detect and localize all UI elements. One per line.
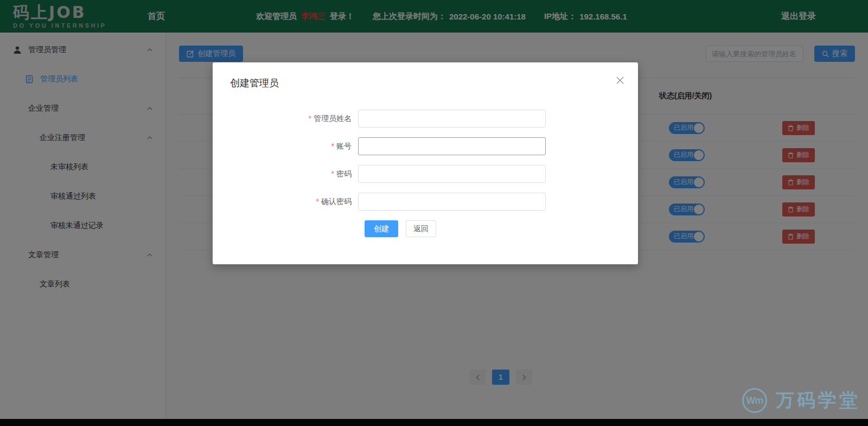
modal-actions: 创建 返回 <box>365 220 638 237</box>
modal-title: 创建管理员 <box>230 77 279 90</box>
form-row-account: *账号 <box>213 137 638 155</box>
form-row-confirm-password: *确认密码 <box>213 193 638 211</box>
close-icon[interactable] <box>614 74 626 88</box>
field-label: *密码 <box>213 169 358 179</box>
field-label: *确认密码 <box>213 197 358 207</box>
field-label: *账号 <box>213 142 358 151</box>
back-button[interactable]: 返回 <box>406 220 436 237</box>
confirm-password-label: 确认密码 <box>321 197 352 206</box>
admin-name-label: 管理员姓名 <box>314 114 352 123</box>
wanma-logo-icon: Wm <box>742 388 767 413</box>
password-input[interactable] <box>358 165 546 183</box>
required-asterisk: * <box>309 114 311 123</box>
admin-name-input[interactable] <box>358 110 546 128</box>
create-admin-form: *管理员姓名 *账号 *密码 *确认密码 <box>213 110 638 237</box>
form-row-admin-name: *管理员姓名 <box>213 110 638 128</box>
create-admin-modal: 创建管理员 *管理员姓名 *账号 *密码 <box>213 62 638 264</box>
create-submit-button[interactable]: 创建 <box>365 220 398 237</box>
form-row-password: *密码 <box>213 165 638 183</box>
confirm-password-input[interactable] <box>358 193 546 211</box>
required-asterisk: * <box>331 169 334 178</box>
field-label: *管理员姓名 <box>213 114 358 124</box>
required-asterisk: * <box>331 142 334 150</box>
bottom-bar <box>0 419 868 426</box>
account-label: 账号 <box>336 142 352 150</box>
watermark: Wm 万码学堂 <box>742 388 860 413</box>
account-input[interactable] <box>358 137 546 155</box>
required-asterisk: * <box>316 197 319 206</box>
password-label: 密码 <box>336 169 352 178</box>
page: 码上JOB DO YOU INTERNSHIP 首页 欢迎管理员 李鸿三 登录！… <box>0 0 868 426</box>
watermark-text: 万码学堂 <box>776 388 860 413</box>
